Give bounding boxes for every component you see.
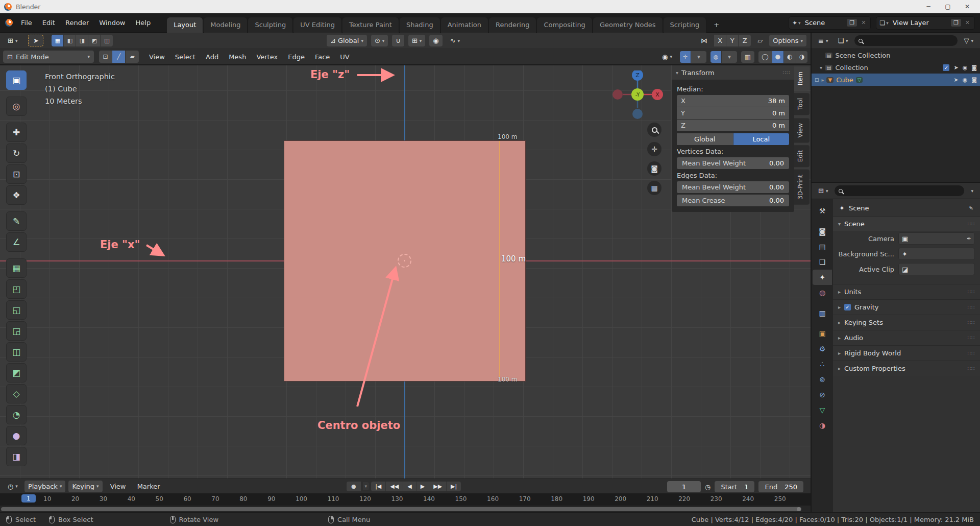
material-shading-button[interactable]: ◐ [784, 51, 796, 63]
navigation-gizmo[interactable]: Z X -Y [610, 70, 666, 127]
object[interactable]: ▣ [813, 326, 832, 341]
play[interactable]: ▶ [416, 482, 429, 491]
property-field[interactable]: ✦ [898, 248, 975, 260]
mirror-icon[interactable]: ⋈ [697, 35, 711, 46]
outliner-search-input[interactable] [854, 35, 958, 46]
expand-triangle-icon[interactable]: ▾ [820, 65, 822, 70]
mirror-axis-button[interactable]: Z [739, 35, 751, 46]
workspace-tab[interactable]: Layout [167, 17, 203, 33]
next-keyframe[interactable]: ▶▶ [429, 482, 447, 491]
face-select-button[interactable]: ▰ [126, 51, 139, 63]
select-intersect-button[interactable]: ◫ [101, 35, 113, 46]
snap-options-icon[interactable]: ▱ [754, 35, 766, 46]
timeline-editor-type-button[interactable]: ◷ ▾ [4, 481, 21, 492]
workspace-tab[interactable]: Animation [441, 17, 488, 33]
modifiers[interactable]: ⚙ [813, 341, 832, 356]
outliner-row-scene-collection[interactable]: ▤ Scene Collection [812, 49, 980, 61]
viewport-3d[interactable]: 100 m 100 m 100 m Front Orthographic (1)… [0, 65, 811, 479]
workspace-tab[interactable]: Geometry Nodes [593, 17, 663, 33]
jump-to-end[interactable]: ▶| [447, 482, 461, 491]
collapsed-panel[interactable]: ▸ Custom Properties ∷∷ [833, 361, 980, 376]
new-scene-button[interactable]: ❐ [847, 19, 857, 27]
edge-slide[interactable]: ◨ [6, 447, 27, 466]
physics[interactable]: ⊚ [813, 372, 832, 387]
add-cube[interactable]: ▦ [6, 258, 27, 278]
constraints[interactable]: ⊘ [813, 387, 832, 402]
collection[interactable]: ▥ [813, 305, 832, 321]
solid-shading-button[interactable]: ● [772, 51, 784, 63]
collapsed-panel[interactable]: ▸ Audio ∷∷ [833, 330, 980, 345]
overlays-toggle[interactable]: ◍ [710, 51, 722, 63]
workspace-tab[interactable]: Compositing [537, 17, 593, 33]
current-frame-field[interactable]: 1 [667, 481, 701, 492]
grip-icon[interactable]: ∷∷ [967, 304, 975, 310]
select-extend-button[interactable]: ◧ [64, 35, 76, 46]
poly-build[interactable]: ◇ [6, 384, 27, 403]
timeline-view-menu[interactable]: View [106, 481, 131, 492]
view-layer-selector[interactable]: ❏ ▾ View Layer ❐ ✕ [876, 16, 975, 30]
scene-panel-header[interactable]: ▾ Scene ∷∷ [833, 217, 980, 231]
frame-start-field[interactable]: Start1 [715, 481, 754, 492]
menu-item[interactable]: Render [60, 17, 94, 29]
playback-dropdown[interactable]: Playback ▾ [24, 481, 66, 492]
grip-icon[interactable]: ∷∷ [967, 320, 975, 325]
menu-item[interactable]: Edit [37, 17, 60, 29]
spin[interactable]: ◔ [6, 405, 27, 424]
zoom-button[interactable] [647, 123, 662, 137]
select-set-button[interactable]: ▦ [52, 35, 64, 46]
viewport-menu-item[interactable]: UV [335, 51, 354, 63]
measure[interactable]: ∠ [6, 232, 27, 252]
close-button[interactable]: ✕ [959, 3, 976, 10]
hide-viewport-icon[interactable]: ◉ [963, 64, 968, 71]
blender-menu-icon[interactable] [5, 19, 13, 27]
smooth[interactable]: ● [6, 426, 27, 445]
selectable-icon[interactable]: ➤ [953, 64, 958, 71]
workspace-tab[interactable]: Texture Paint [342, 17, 399, 33]
keying-options-caret[interactable]: ▾ [363, 482, 370, 490]
vertex-data-field[interactable]: Mean Bevel Weight 0.00 [677, 157, 789, 169]
edge-data-field[interactable]: Mean Bevel Weight 0.00 [677, 181, 789, 193]
properties-search-input[interactable] [835, 185, 964, 196]
workspace-tab[interactable]: + [707, 17, 726, 33]
viewport-menu-item[interactable]: Add [201, 51, 224, 63]
grip-icon[interactable]: ∷∷ [782, 70, 790, 76]
outliner-filter-button[interactable]: ▽ ▾ [960, 35, 977, 46]
move[interactable]: ✚ [6, 123, 27, 142]
timeline-scrollbar[interactable] [0, 506, 811, 513]
outliner-row-cube[interactable]: ⊡ ▸ ▼ Cube ▽ ➤ ◉ ◙ [812, 74, 980, 86]
select-subtract-button[interactable]: ◨ [76, 35, 88, 46]
sidebar-tab[interactable]: 3D-Print [794, 170, 810, 205]
selectable-icon[interactable]: ➤ [953, 77, 958, 83]
expand-triangle-icon[interactable]: ▸ [821, 77, 824, 83]
previous-keyframe[interactable]: ◀◀ [386, 482, 403, 491]
selected-edge[interactable] [499, 141, 500, 381]
gizmos-dropdown[interactable]: ▾ [691, 51, 706, 63]
play-reverse[interactable]: ◀ [403, 482, 416, 491]
select-box[interactable]: ▣ [6, 70, 27, 90]
camera-view-button[interactable]: ◙ [647, 161, 662, 176]
extrude-region[interactable]: ◰ [6, 279, 27, 299]
proportional-editing-toggle[interactable]: ◉ [429, 35, 442, 46]
space-button[interactable]: Global [677, 133, 733, 145]
xray-toggle[interactable]: ▥ [741, 51, 754, 63]
world[interactable]: ◍ [813, 285, 832, 300]
median-value-field[interactable]: Z 0 m [677, 119, 789, 131]
view-layer[interactable]: ❏ [813, 254, 832, 270]
property-field[interactable]: ◪ [898, 263, 975, 275]
workspace-tab[interactable]: UV Editing [293, 17, 342, 33]
snapping-dropdown[interactable]: ⊞ ▾ [408, 35, 425, 46]
pivot-point-dropdown[interactable]: ⊙ ▾ [371, 35, 388, 46]
stopwatch-icon[interactable]: ◷ [705, 483, 710, 491]
workspace-tab[interactable]: Modeling [204, 17, 248, 33]
viewport-menu-item[interactable]: Mesh [224, 51, 251, 63]
window-titlebar[interactable]: Blender ─ ▢ ✕ [0, 0, 980, 13]
keying-dropdown[interactable]: Keying ▾ [68, 481, 102, 492]
grip-icon[interactable]: ∷∷ [967, 221, 975, 227]
hide-render-icon[interactable]: ◙ [971, 77, 977, 83]
gizmo-minus-z-axis[interactable] [632, 109, 643, 119]
render[interactable]: ◙ [813, 224, 832, 239]
rendered-shading-button[interactable]: ◑ [796, 51, 807, 63]
viewport-menu-item[interactable]: Face [310, 51, 335, 63]
wireframe-shading-button[interactable]: ◯ [758, 51, 772, 63]
loop-cut[interactable]: ◫ [6, 342, 27, 362]
